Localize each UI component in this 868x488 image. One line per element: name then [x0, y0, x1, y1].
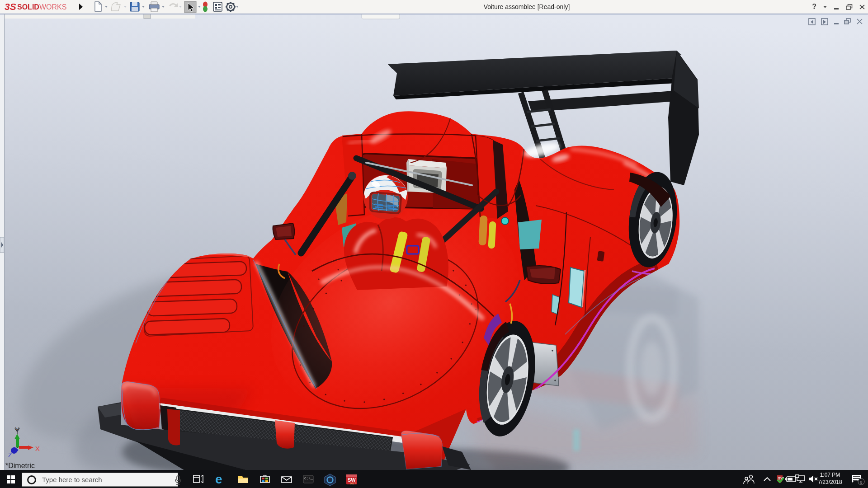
svg-text:X: X: [35, 445, 40, 452]
svg-text:C:\_: C:\_: [304, 476, 313, 480]
svg-text:2017: 2017: [350, 482, 356, 485]
svg-text:*Dimetric: *Dimetric: [5, 462, 35, 469]
svg-text:SOLIDWORKS: SOLIDWORKS: [17, 3, 66, 11]
svg-text:Z: Z: [8, 451, 12, 459]
svg-text:3S: 3S: [5, 1, 16, 12]
svg-text:e: e: [215, 472, 222, 486]
svg-text:3: 3: [860, 480, 863, 484]
